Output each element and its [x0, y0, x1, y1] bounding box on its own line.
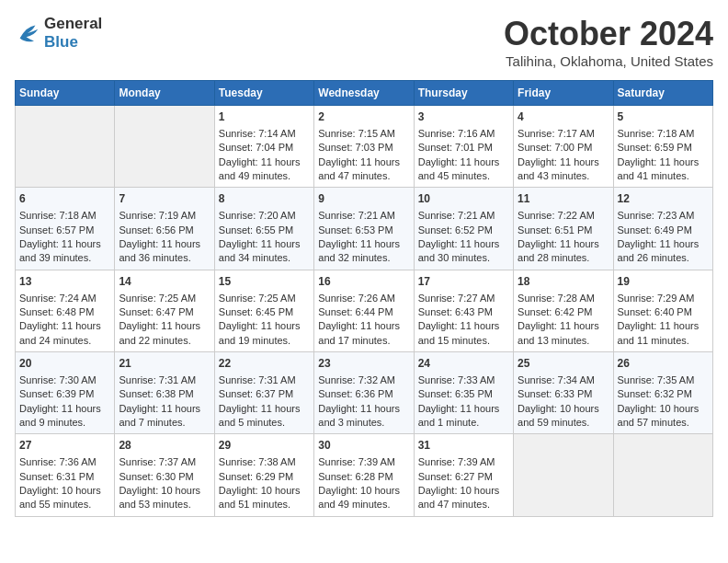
calendar-cell: 2Sunrise: 7:15 AMSunset: 7:03 PMDaylight…	[314, 106, 414, 188]
day-number: 18	[518, 274, 609, 290]
calendar-cell: 3Sunrise: 7:16 AMSunset: 7:01 PMDaylight…	[414, 106, 513, 188]
calendar-week-row: 13Sunrise: 7:24 AMSunset: 6:48 PMDayligh…	[16, 270, 713, 351]
calendar-week-row: 1Sunrise: 7:14 AMSunset: 7:04 PMDaylight…	[16, 106, 713, 188]
calendar-body: 1Sunrise: 7:14 AMSunset: 7:04 PMDaylight…	[16, 106, 713, 517]
calendar-cell: 29Sunrise: 7:38 AMSunset: 6:29 PMDayligh…	[214, 434, 313, 516]
weekday-header-sunday: Sunday	[16, 81, 115, 106]
title-block: October 2024 Talihina, Oklahoma, United …	[504, 15, 713, 69]
calendar-cell: 23Sunrise: 7:32 AMSunset: 6:36 PMDayligh…	[314, 352, 414, 434]
weekday-header-monday: Monday	[115, 81, 214, 106]
day-number: 5	[618, 109, 709, 125]
day-number: 11	[518, 191, 609, 207]
calendar-week-row: 20Sunrise: 7:30 AMSunset: 6:39 PMDayligh…	[16, 352, 713, 434]
page-header: General Blue October 2024 Talihina, Okla…	[15, 15, 713, 69]
day-number: 25	[518, 356, 609, 372]
calendar-cell: 17Sunrise: 7:27 AMSunset: 6:43 PMDayligh…	[414, 270, 513, 351]
day-number: 7	[119, 191, 210, 207]
calendar-cell: 5Sunrise: 7:18 AMSunset: 6:59 PMDaylight…	[613, 106, 712, 188]
day-number: 9	[318, 191, 409, 207]
calendar-cell: 25Sunrise: 7:34 AMSunset: 6:33 PMDayligh…	[514, 352, 613, 434]
calendar-cell	[16, 106, 115, 188]
day-number: 13	[19, 274, 110, 290]
day-number: 30	[318, 438, 409, 454]
calendar-cell: 10Sunrise: 7:21 AMSunset: 6:52 PMDayligh…	[414, 188, 513, 270]
calendar-cell: 27Sunrise: 7:36 AMSunset: 6:31 PMDayligh…	[16, 434, 115, 516]
logo: General Blue	[15, 15, 102, 52]
calendar-cell: 28Sunrise: 7:37 AMSunset: 6:30 PMDayligh…	[115, 434, 214, 516]
logo-general: General	[44, 15, 102, 33]
day-number: 4	[518, 109, 609, 125]
day-number: 8	[219, 191, 310, 207]
calendar-cell: 11Sunrise: 7:22 AMSunset: 6:51 PMDayligh…	[514, 188, 613, 270]
day-number: 22	[219, 356, 310, 372]
calendar-cell: 21Sunrise: 7:31 AMSunset: 6:38 PMDayligh…	[115, 352, 214, 434]
day-number: 12	[618, 191, 709, 207]
calendar-cell: 16Sunrise: 7:26 AMSunset: 6:44 PMDayligh…	[314, 270, 414, 351]
calendar-cell: 6Sunrise: 7:18 AMSunset: 6:57 PMDaylight…	[16, 188, 115, 270]
calendar-cell	[613, 434, 712, 516]
day-number: 2	[318, 109, 409, 125]
calendar-cell: 24Sunrise: 7:33 AMSunset: 6:35 PMDayligh…	[414, 352, 513, 434]
calendar-cell: 12Sunrise: 7:23 AMSunset: 6:49 PMDayligh…	[613, 188, 712, 270]
weekday-header-saturday: Saturday	[613, 81, 712, 106]
day-number: 10	[418, 191, 509, 207]
month-title: October 2024	[504, 15, 713, 53]
calendar-cell: 18Sunrise: 7:28 AMSunset: 6:42 PMDayligh…	[514, 270, 613, 351]
day-number: 19	[618, 274, 709, 290]
weekday-header-friday: Friday	[514, 81, 613, 106]
calendar-table: SundayMondayTuesdayWednesdayThursdayFrid…	[15, 80, 713, 517]
calendar-cell: 15Sunrise: 7:25 AMSunset: 6:45 PMDayligh…	[214, 270, 313, 351]
day-number: 28	[119, 438, 210, 454]
logo-bird-icon	[15, 20, 40, 46]
location: Talihina, Oklahoma, United States	[504, 53, 713, 69]
calendar-cell: 22Sunrise: 7:31 AMSunset: 6:37 PMDayligh…	[214, 352, 313, 434]
calendar-cell: 1Sunrise: 7:14 AMSunset: 7:04 PMDaylight…	[214, 106, 313, 188]
calendar-cell: 14Sunrise: 7:25 AMSunset: 6:47 PMDayligh…	[115, 270, 214, 351]
calendar-week-row: 27Sunrise: 7:36 AMSunset: 6:31 PMDayligh…	[16, 434, 713, 516]
calendar-cell: 19Sunrise: 7:29 AMSunset: 6:40 PMDayligh…	[613, 270, 712, 351]
day-number: 6	[19, 191, 110, 207]
calendar-cell: 20Sunrise: 7:30 AMSunset: 6:39 PMDayligh…	[16, 352, 115, 434]
day-number: 31	[418, 438, 509, 454]
calendar-cell: 8Sunrise: 7:20 AMSunset: 6:55 PMDaylight…	[214, 188, 313, 270]
weekday-header-wednesday: Wednesday	[314, 81, 414, 106]
day-number: 29	[219, 438, 310, 454]
calendar-week-row: 6Sunrise: 7:18 AMSunset: 6:57 PMDaylight…	[16, 188, 713, 270]
day-number: 20	[19, 356, 110, 372]
day-number: 27	[19, 438, 110, 454]
day-number: 23	[318, 356, 409, 372]
calendar-cell	[514, 434, 613, 516]
logo-blue: Blue	[44, 33, 102, 52]
day-number: 3	[418, 109, 509, 125]
calendar-header-row: SundayMondayTuesdayWednesdayThursdayFrid…	[16, 81, 713, 106]
calendar-cell: 13Sunrise: 7:24 AMSunset: 6:48 PMDayligh…	[16, 270, 115, 351]
weekday-header-tuesday: Tuesday	[214, 81, 313, 106]
day-number: 17	[418, 274, 509, 290]
calendar-cell: 30Sunrise: 7:39 AMSunset: 6:28 PMDayligh…	[314, 434, 414, 516]
calendar-cell: 31Sunrise: 7:39 AMSunset: 6:27 PMDayligh…	[414, 434, 513, 516]
day-number: 16	[318, 274, 409, 290]
weekday-header-thursday: Thursday	[414, 81, 513, 106]
calendar-cell: 4Sunrise: 7:17 AMSunset: 7:00 PMDaylight…	[514, 106, 613, 188]
day-number: 15	[219, 274, 310, 290]
day-number: 26	[618, 356, 709, 372]
calendar-cell	[115, 106, 214, 188]
calendar-cell: 7Sunrise: 7:19 AMSunset: 6:56 PMDaylight…	[115, 188, 214, 270]
day-number: 24	[418, 356, 509, 372]
day-number: 21	[119, 356, 210, 372]
calendar-cell: 26Sunrise: 7:35 AMSunset: 6:32 PMDayligh…	[613, 352, 712, 434]
day-number: 1	[219, 109, 310, 125]
calendar-cell: 9Sunrise: 7:21 AMSunset: 6:53 PMDaylight…	[314, 188, 414, 270]
day-number: 14	[119, 274, 210, 290]
